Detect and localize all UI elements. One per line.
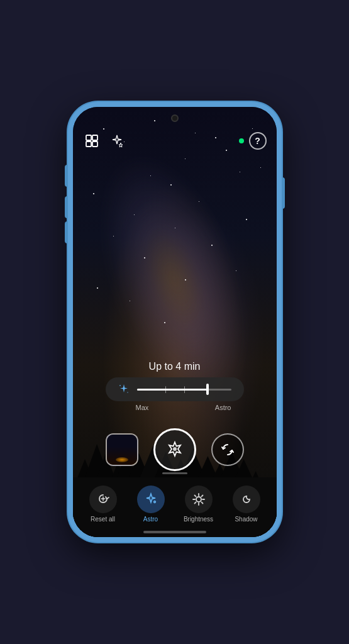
thumbnail-glow: [116, 457, 128, 462]
camera-notch: [171, 114, 179, 122]
astro-icon-wrapper: [137, 486, 165, 513]
tab-shadow[interactable]: Shadow: [223, 486, 270, 523]
status-bar: [73, 107, 277, 130]
bottom-tabs: Reset all Astro: [73, 477, 277, 537]
svg-line-35: [194, 502, 196, 503]
top-left-icons: [83, 132, 126, 150]
svg-rect-20: [92, 142, 97, 147]
help-button[interactable]: ?: [249, 132, 267, 150]
grid-icon[interactable]: [83, 132, 101, 150]
svg-line-32: [194, 496, 196, 497]
label-astro: Astro: [215, 404, 231, 411]
svg-point-23: [173, 447, 177, 451]
shutter-button[interactable]: [153, 428, 196, 471]
svg-rect-18: [92, 135, 97, 140]
section-separator: [162, 472, 187, 474]
exposure-slider-pill[interactable]: [106, 377, 244, 401]
tab-reset-all[interactable]: Reset all: [79, 486, 127, 523]
svg-rect-17: [86, 135, 91, 140]
tab-shadow-label: Shadow: [235, 516, 257, 523]
slider-track[interactable]: [137, 389, 231, 391]
brightness-icon-wrapper: [185, 486, 213, 513]
svg-point-27: [196, 497, 201, 502]
slider-fill: [137, 389, 208, 391]
tab-astro[interactable]: Astro: [127, 486, 175, 523]
label-max: Max: [136, 404, 149, 411]
tab-reset-label: Reset all: [91, 516, 115, 523]
slider-thumb[interactable]: [206, 384, 209, 395]
tab-brightness[interactable]: Brightness: [175, 486, 223, 523]
svg-point-21: [119, 385, 121, 386]
svg-line-33: [201, 502, 202, 503]
thumbnail-button[interactable]: [106, 433, 138, 466]
exposure-label: Up to 4 min: [149, 361, 201, 372]
phone-screen: ? Up to 4 min: [73, 107, 277, 537]
top-controls: ?: [83, 132, 267, 150]
reset-icon-wrapper: [89, 486, 117, 513]
svg-line-34: [201, 496, 202, 497]
status-indicator: [239, 138, 244, 143]
tab-astro-label: Astro: [143, 516, 158, 523]
sparkle-icon: [118, 384, 130, 395]
shadow-icon-wrapper: [233, 486, 260, 513]
phone-frame: ? Up to 4 min: [68, 102, 282, 542]
home-indicator: [143, 531, 206, 533]
flip-button[interactable]: [211, 433, 244, 466]
exposure-controls: Up to 4 min: [73, 361, 277, 411]
tab-brightness-label: Brightness: [184, 516, 213, 523]
svg-point-22: [127, 392, 128, 393]
magic-icon[interactable]: [108, 132, 126, 150]
svg-rect-19: [86, 142, 91, 147]
camera-controls: [73, 428, 277, 471]
slider-labels: Max Astro: [106, 404, 244, 411]
